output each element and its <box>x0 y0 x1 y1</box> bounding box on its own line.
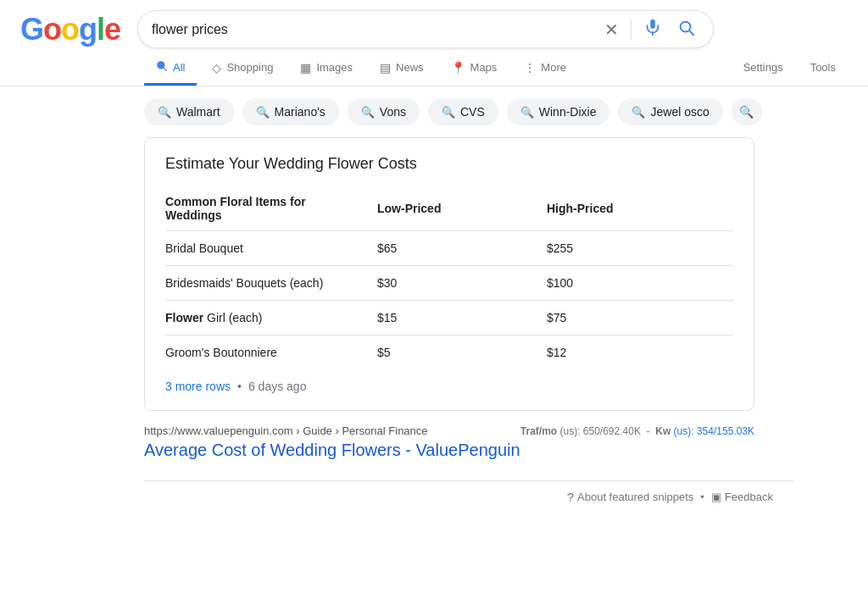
tab-tools[interactable]: Tools <box>798 53 848 85</box>
table-cell-item-1: Bridesmaids' Bouquets (each) <box>165 266 377 301</box>
more-rows-link[interactable]: 3 more rows <box>165 380 231 393</box>
table-row: Bridesmaids' Bouquets (each) $30 $100 <box>165 266 733 301</box>
search-bar: flower prices ✕ <box>137 10 714 48</box>
chip-marianos[interactable]: 🔍 Mariano's <box>242 98 339 125</box>
table-cell-high-3: $12 <box>547 336 733 370</box>
chip-search-icon-4: 🔍 <box>520 106 534 119</box>
about-snippets-link[interactable]: About featured snippets <box>577 491 693 503</box>
chip-vons[interactable]: 🔍 Vons <box>348 98 420 125</box>
more-icon: ⋮ <box>524 61 536 75</box>
feedback-label: Feedback <box>725 491 773 503</box>
table-row: Groom's Boutonniere $5 $12 <box>165 336 733 370</box>
tab-shopping[interactable]: ◇ Shopping <box>200 53 285 86</box>
chip-more-button[interactable]: 🔍 <box>732 98 762 125</box>
chip-search-icon-5: 🔍 <box>632 106 645 119</box>
maps-icon: 📍 <box>451 61 465 75</box>
source-url-row: https://www.valuepenguin.com › Guide › P… <box>144 424 754 437</box>
tab-maps-label: Maps <box>470 61 498 74</box>
bottom-bar: ? About featured snippets • ▣ Feedback <box>144 480 793 513</box>
nav-tabs: All ◇ Shopping ▦ Images ▤ News 📍 Maps ⋮ … <box>0 52 868 86</box>
feedback-button[interactable]: ▣ Feedback <box>711 491 773 503</box>
table-cell-high-2: $75 <box>547 301 733 336</box>
table-row: Bridal Bouquet $65 $255 <box>165 231 733 266</box>
shopping-icon: ◇ <box>212 61 221 75</box>
search-input[interactable]: flower prices <box>152 22 593 37</box>
tab-news[interactable]: ▤ News <box>368 53 436 86</box>
chip-search-icon-0: 🔍 <box>158 106 171 119</box>
chip-walmart-label: Walmart <box>176 105 220 119</box>
main-content: Estimate Your Wedding Flower Costs Commo… <box>0 137 814 513</box>
tab-maps[interactable]: 📍 Maps <box>439 53 509 86</box>
chip-jewel-osco-label: Jewel osco <box>650 105 709 119</box>
chips-row: 🔍 Walmart 🔍 Mariano's 🔍 Vons 🔍 CVS 🔍 Win… <box>0 86 868 137</box>
chip-winn-dixie[interactable]: 🔍 Winn-Dixie <box>507 98 610 125</box>
featured-snippet: Estimate Your Wedding Flower Costs Commo… <box>144 137 754 411</box>
logo-letter-o1: o <box>43 12 61 47</box>
feedback-icon: ▣ <box>711 491 721 503</box>
chip-winn-dixie-label: Winn-Dixie <box>539 105 597 119</box>
tab-shopping-label: Shopping <box>226 61 273 74</box>
clear-button[interactable]: ✕ <box>601 21 622 38</box>
chip-vons-label: Vons <box>380 105 406 119</box>
more-rows-row: 3 more rows • 6 days ago <box>165 380 733 393</box>
voice-search-button[interactable] <box>640 18 665 41</box>
dot-separator: • <box>700 491 704 503</box>
nav-right: Settings Tools <box>732 53 848 85</box>
table-cell-low-3: $5 <box>377 336 547 370</box>
snippet-title: Estimate Your Wedding Flower Costs <box>165 155 733 173</box>
all-icon <box>156 60 168 75</box>
table-cell-high-0: $255 <box>547 231 733 266</box>
chip-jewel-osco[interactable]: 🔍 Jewel osco <box>618 98 722 125</box>
news-icon: ▤ <box>380 61 391 75</box>
logo-letter-e: e <box>104 12 120 47</box>
search-bar-wrapper: flower prices ✕ <box>137 10 714 48</box>
tab-more[interactable]: ⋮ More <box>512 53 578 86</box>
google-logo[interactable]: Google <box>20 12 120 47</box>
kw-label: Kw (us): 354/155.03K <box>655 425 754 437</box>
logo-letter-l: l <box>97 12 104 47</box>
source-url: https://www.valuepenguin.com › Guide › P… <box>144 424 428 437</box>
header: Google flower prices ✕ <box>0 0 868 52</box>
tab-settings[interactable]: Settings <box>732 53 795 85</box>
tab-images-label: Images <box>316 61 353 74</box>
table-cell-high-1: $100 <box>547 266 733 301</box>
table-cell-low-2: $15 <box>377 301 547 336</box>
table-cell-low-1: $30 <box>377 266 547 301</box>
table-cell-item-2: Flower Girl (each) <box>165 301 377 336</box>
search-submit-button[interactable] <box>674 19 699 40</box>
chip-cvs[interactable]: 🔍 CVS <box>428 98 498 125</box>
chip-search-icon-2: 🔍 <box>361 106 375 119</box>
table-header-high: High-Priced <box>547 186 733 231</box>
chip-cvs-label: CVS <box>460 105 485 119</box>
settings-label: Settings <box>743 61 783 74</box>
table-cell-low-0: $65 <box>377 231 547 266</box>
tab-images[interactable]: ▦ Images <box>288 53 364 86</box>
question-icon: ? <box>567 490 574 504</box>
svg-line-6 <box>164 68 166 70</box>
tab-news-label: News <box>396 61 424 74</box>
table-cell-item-0: Bridal Bouquet <box>165 231 377 266</box>
tools-label: Tools <box>810 61 836 74</box>
traf-kw-info: Traf/mo (us): 650/692.40K - Kw (us): 354… <box>520 425 754 437</box>
result-title-link[interactable]: Average Cost of Wedding Flowers - ValueP… <box>144 441 754 460</box>
logo-letter-g: G <box>20 12 43 47</box>
kw-link[interactable]: (us): 354/155.03K <box>674 425 754 437</box>
chip-search-icon-3: 🔍 <box>442 106 455 119</box>
chip-more-icon: 🔍 <box>739 105 754 119</box>
source-url-text: https://www.valuepenguin.com › Guide › P… <box>144 424 428 437</box>
more-rows-date: 6 days ago <box>248 380 307 393</box>
traf-label: Traf/mo (us): 650/692.40K <box>520 425 641 437</box>
about-snippets: ? About featured snippets <box>567 490 694 504</box>
chip-walmart[interactable]: 🔍 Walmart <box>144 98 234 125</box>
more-rows-dot: • <box>237 380 242 393</box>
svg-rect-0 <box>650 19 655 29</box>
tab-all-label: All <box>173 61 185 74</box>
svg-line-3 <box>689 30 693 35</box>
search-divider <box>631 19 632 40</box>
logo-letter-o2: o <box>61 12 79 47</box>
tab-all[interactable]: All <box>144 52 197 86</box>
table-header-item: Common Floral Items for Weddings <box>165 186 377 231</box>
price-table: Common Floral Items for Weddings Low-Pri… <box>165 186 733 369</box>
table-row: Flower Girl (each) $15 $75 <box>165 301 733 336</box>
table-header-low: Low-Priced <box>377 186 547 231</box>
